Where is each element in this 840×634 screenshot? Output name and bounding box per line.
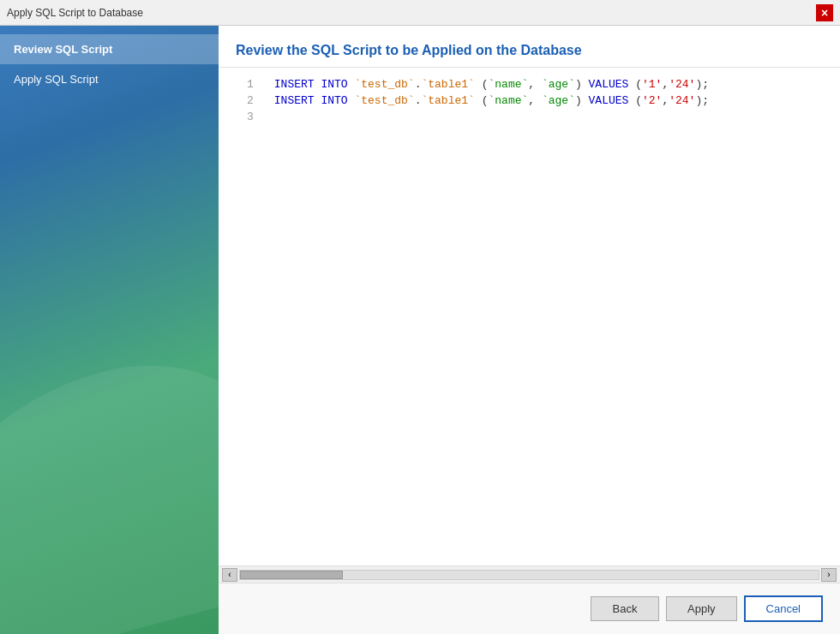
footer: Back Apply Cancel xyxy=(219,583,840,634)
main-container: Review SQL Script Apply SQL Script Revie… xyxy=(0,26,840,634)
line-content-1: INSERT INTO `test_db`.`table1` (`name`, … xyxy=(271,76,831,93)
content-area: Review the SQL Script to be Applied on t… xyxy=(219,26,840,634)
line-content-3 xyxy=(271,109,831,125)
window-title: Apply SQL Script to Database xyxy=(7,7,143,19)
sidebar-item-apply-sql-script[interactable]: Apply SQL Script xyxy=(0,64,219,94)
scroll-left-arrow[interactable]: ‹ xyxy=(222,568,237,582)
apply-button[interactable]: Apply xyxy=(666,596,737,621)
sidebar: Review SQL Script Apply SQL Script xyxy=(0,26,219,634)
back-button[interactable]: Back xyxy=(591,596,659,621)
scroll-track[interactable] xyxy=(239,570,819,580)
code-line-3: 3 xyxy=(227,109,831,125)
code-area[interactable]: 1 INSERT INTO `test_db`.`table1` (`name`… xyxy=(219,68,840,565)
line-number-3: 3 xyxy=(227,109,271,125)
line-number-2: 2 xyxy=(227,93,271,109)
code-table: 1 INSERT INTO `test_db`.`table1` (`name`… xyxy=(227,76,831,125)
sidebar-item-review-sql-script[interactable]: Review SQL Script xyxy=(0,34,219,64)
sidebar-nav: Review SQL Script Apply SQL Script xyxy=(0,26,219,103)
scroll-thumb[interactable] xyxy=(240,571,343,579)
title-bar: Apply SQL Script to Database × xyxy=(0,0,840,26)
content-header: Review the SQL Script to be Applied on t… xyxy=(219,26,840,68)
close-button[interactable]: × xyxy=(816,4,833,21)
horizontal-scrollbar: ‹ › xyxy=(219,565,840,583)
code-line-2: 2 INSERT INTO `test_db`.`table1` (`name`… xyxy=(227,93,831,109)
content-title: Review the SQL Script to be Applied on t… xyxy=(236,43,823,58)
cancel-button[interactable]: Cancel xyxy=(744,595,823,622)
line-number-1: 1 xyxy=(227,76,271,93)
line-content-2: INSERT INTO `test_db`.`table1` (`name`, … xyxy=(271,93,831,109)
code-line-1: 1 INSERT INTO `test_db`.`table1` (`name`… xyxy=(227,76,831,93)
scroll-right-arrow[interactable]: › xyxy=(821,568,837,582)
